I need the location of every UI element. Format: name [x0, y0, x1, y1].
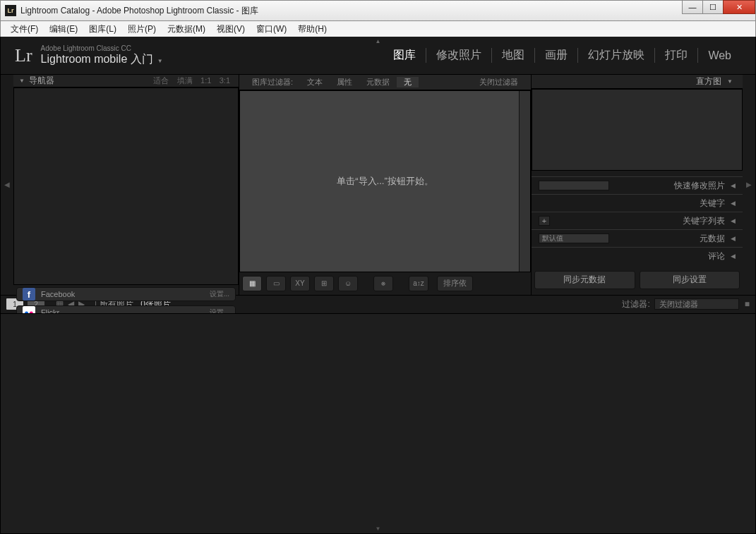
keywording-label: 关键字 [700, 198, 725, 210]
nav-1to1[interactable]: 1:1 [198, 76, 214, 85]
navigator-header[interactable]: ▼ 导航器 适合 填满 1:1 3:1 [13, 75, 239, 87]
publish-facebook[interactable]: f Facebook 设置... [16, 287, 236, 301]
quickdevelop-label: 快速修改照片 [674, 180, 725, 192]
module-map[interactable]: 地图 [492, 48, 535, 63]
collapse-right-icon[interactable]: ▶ [743, 75, 755, 295]
metadata-collapse-icon[interactable]: ◀ [731, 235, 736, 242]
main-body: ◀ ▼ 导航器 适合 填满 1:1 3:1 f Facebook 设置... [1, 75, 755, 295]
module-book[interactable]: 画册 [535, 48, 578, 63]
metadata-header[interactable]: 默认值 元数据◀ [532, 229, 743, 247]
keywordlist-label: 关键字列表 [683, 215, 725, 227]
sync-settings-button[interactable]: 同步设置 [640, 271, 740, 289]
keywording-header[interactable]: 关键字◀ [532, 194, 743, 212]
filter-lock-icon[interactable]: ■ [745, 299, 750, 309]
filter-label: 图库过滤器: [245, 77, 300, 87]
grid-view[interactable]: 单击“导入...”按钮开始。 [239, 90, 531, 272]
menu-window[interactable]: 窗口(W) [251, 23, 292, 35]
navigator-preview [13, 87, 239, 285]
left-panel: ▼ 导航器 适合 填满 1:1 3:1 f Facebook 设置... ●● … [13, 75, 239, 295]
grid-hint-text: 单击“导入...”按钮开始。 [337, 175, 433, 188]
nav-fill[interactable]: 填满 [174, 76, 196, 85]
menu-file[interactable]: 文件(F) [5, 23, 44, 35]
filter-attribute[interactable]: 属性 [330, 77, 359, 87]
close-button[interactable]: ✕ [723, 0, 755, 14]
module-print[interactable]: 打印 [655, 48, 698, 63]
identity-line1: Adobe Lightroom Classic CC [41, 44, 163, 52]
comments-header[interactable]: 评论◀ [532, 247, 743, 265]
module-slideshow[interactable]: 幻灯片放映 [578, 48, 655, 63]
center-panel: 图库过滤器: 文本 属性 元数据 无 关闭过滤器 单击“导入...”按钮开始。 … [239, 75, 531, 295]
filmstrip[interactable]: ▼ [1, 313, 755, 534]
minimize-button[interactable]: — [682, 0, 703, 14]
survey-view-button[interactable]: ⊞ [314, 276, 334, 291]
histogram-expand-icon[interactable]: ▼ [727, 78, 733, 85]
nav-fit[interactable]: 适合 [150, 76, 172, 85]
identity-module-bar: ▲ Lr Adobe Lightroom Classic CC Lightroo… [1, 37, 755, 75]
menu-edit[interactable]: 编辑(E) [44, 23, 83, 35]
navigator-label: 导航器 [29, 75, 54, 87]
menu-help[interactable]: 帮助(H) [292, 23, 332, 35]
keywordlist-header[interactable]: + 关键字列表◀ [532, 212, 743, 229]
sort-order-select[interactable]: 排序依 [437, 276, 473, 291]
menu-library[interactable]: 图库(L) [83, 23, 122, 35]
keywordlist-collapse-icon[interactable]: ◀ [731, 217, 736, 224]
module-web[interactable]: Web [698, 49, 741, 62]
filter-none[interactable]: 无 [397, 77, 419, 87]
people-view-button[interactable]: ☺ [338, 276, 358, 291]
keywordlist-add-button[interactable]: + [539, 216, 550, 226]
menu-bar: 文件(F) 编辑(E) 图库(L) 照片(P) 元数据(M) 视图(V) 窗口(… [0, 21, 756, 37]
compare-view-button[interactable]: XY [290, 276, 310, 291]
maximize-button[interactable]: ☐ [702, 0, 724, 14]
histogram-header[interactable]: 直方图 ▼ [532, 75, 743, 89]
collapse-top-icon[interactable]: ▲ [376, 38, 381, 44]
module-picker: 图库 修改照片 地图 画册 幻灯片放映 打印 Web [383, 48, 741, 63]
navigator-expand-icon[interactable]: ▼ [19, 78, 25, 84]
menu-metadata[interactable]: 元数据(M) [162, 23, 211, 35]
metadata-label: 元数据 [700, 233, 725, 245]
library-filter-bar: 图库过滤器: 文本 属性 元数据 无 关闭过滤器 [239, 75, 531, 90]
app-body: ▲ Lr Adobe Lightroom Classic CC Lightroo… [0, 37, 756, 534]
facebook-icon: f [23, 288, 35, 301]
window-titlebar: Lr Lightroom Catalog - Adobe Photoshop L… [0, 0, 756, 21]
filter-text[interactable]: 文本 [300, 77, 330, 87]
comments-collapse-icon[interactable]: ◀ [731, 253, 736, 260]
histogram-label: 直方图 [696, 75, 721, 87]
window-title: Lightroom Catalog - Adobe Photoshop Ligh… [20, 5, 683, 17]
quickdevelop-header[interactable]: 快速修改照片◀ [532, 176, 743, 194]
lr-logo: Lr [15, 45, 32, 66]
quickdevelop-preset-select[interactable] [539, 181, 609, 190]
grid-view-button[interactable]: ▦ [242, 276, 262, 291]
identity-line2[interactable]: Lightroom mobile 入门 [41, 53, 153, 65]
module-library[interactable]: 图库 [383, 48, 426, 63]
quickdevelop-collapse-icon[interactable]: ◀ [731, 182, 736, 189]
app-icon: Lr [5, 5, 16, 16]
grid-scrollbar[interactable] [519, 91, 530, 272]
publish-facebook-settings[interactable]: 设置... [210, 289, 229, 299]
publish-facebook-label: Facebook [41, 290, 75, 298]
menu-photo[interactable]: 照片(P) [122, 23, 162, 35]
keywording-collapse-icon[interactable]: ◀ [731, 200, 736, 207]
painter-tool-button[interactable]: ⎈ [373, 276, 393, 291]
filter-metadata[interactable]: 元数据 [359, 77, 397, 87]
right-panel: 直方图 ▼ 快速修改照片◀ 关键字◀ + 关键字列表◀ 默认值 元数据◀ 评论◀ [531, 75, 743, 295]
filter-preset-select[interactable]: 关闭过滤器 [654, 298, 739, 310]
sort-direction-button[interactable]: a↕z [409, 276, 428, 291]
filter-label-status: 过滤器: [622, 298, 649, 310]
identity-dropdown-icon[interactable]: ▼ [157, 58, 163, 64]
sync-metadata-button[interactable]: 同步元数据 [534, 271, 635, 289]
histogram-display [532, 89, 743, 171]
metadata-preset-select[interactable]: 默认值 [539, 233, 609, 243]
filter-off[interactable]: 关闭过滤器 [472, 77, 525, 87]
collapse-bottom-icon[interactable]: ▼ [376, 526, 381, 532]
loupe-view-button[interactable]: ▭ [266, 276, 286, 291]
collapse-left-icon[interactable]: ◀ [1, 75, 13, 295]
module-develop[interactable]: 修改照片 [426, 48, 492, 63]
menu-view[interactable]: 视图(V) [211, 23, 251, 35]
comments-label: 评论 [708, 250, 725, 262]
nav-3to1[interactable]: 3:1 [217, 76, 233, 85]
center-toolbar: ▦ ▭ XY ⊞ ☺ ⎈ a↕z 排序依 [239, 272, 531, 295]
